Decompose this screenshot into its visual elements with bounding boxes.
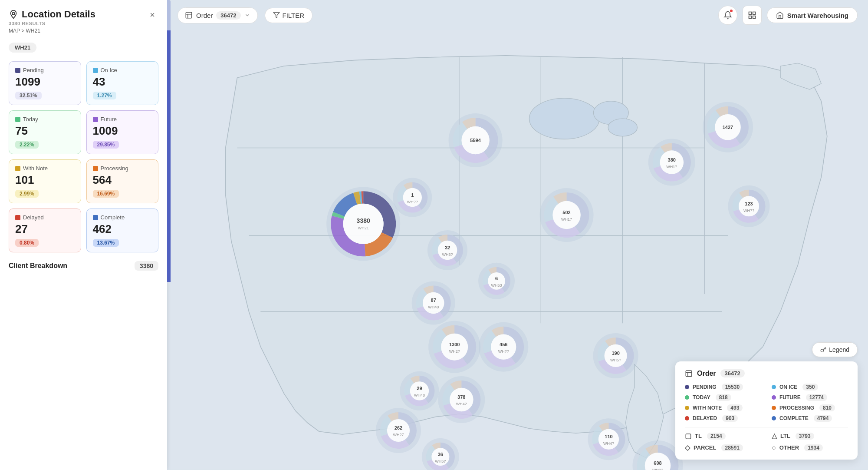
location-icon bbox=[9, 10, 18, 19]
key-icon bbox=[820, 347, 826, 353]
legend-shape-ltl: △ LTL 3793 bbox=[772, 432, 848, 440]
top-bar: Order 36472 FILTER Smart Warehousing bbox=[167, 0, 868, 30]
filter-icon bbox=[273, 12, 280, 19]
legend-item-processing: PROCESSING 810 bbox=[772, 404, 848, 411]
card-value-delayed: 27 bbox=[15, 222, 75, 236]
legend-item-pending: PENDING 15530 bbox=[685, 384, 761, 391]
notification-dot bbox=[729, 9, 733, 13]
location-tag[interactable]: WH21 bbox=[9, 43, 36, 53]
stat-card-complete[interactable]: Complete 462 13.67% bbox=[86, 209, 159, 252]
stat-card-future[interactable]: Future 1009 29.85% bbox=[86, 110, 159, 154]
svg-rect-1 bbox=[186, 12, 192, 18]
svg-text:87: 87 bbox=[431, 298, 436, 303]
smart-warehousing-button[interactable]: Smart Warehousing bbox=[767, 7, 858, 23]
shape-symbol-ltl: △ bbox=[772, 432, 777, 440]
legend-item-label: COMPLETE bbox=[779, 415, 809, 421]
svg-text:36: 36 bbox=[438, 452, 443, 457]
card-label-onice: On Ice bbox=[101, 67, 117, 73]
card-value-onice: 43 bbox=[93, 75, 152, 89]
card-value-withnote: 101 bbox=[15, 173, 75, 187]
card-value-processing: 564 bbox=[93, 173, 152, 187]
tag-row: WH21 bbox=[9, 43, 158, 53]
shape-count-other: 1934 bbox=[804, 444, 823, 451]
legend-dot bbox=[685, 395, 689, 400]
card-label-complete: Complete bbox=[101, 214, 125, 221]
grid-icon bbox=[748, 11, 756, 20]
shape-label-parcel: PARCEL bbox=[694, 444, 716, 451]
legend-shape-parcel: ◇ PARCEL 28591 bbox=[685, 444, 761, 452]
svg-text:WH??: WH?? bbox=[407, 200, 418, 204]
card-label-processing: Processing bbox=[101, 165, 128, 172]
notifications-button[interactable] bbox=[718, 6, 737, 25]
svg-text:502: 502 bbox=[562, 210, 570, 215]
svg-rect-3 bbox=[749, 12, 751, 15]
legend-item-count: 15530 bbox=[722, 384, 743, 391]
legend-item-count: 350 bbox=[802, 384, 818, 391]
top-bar-right: Smart Warehousing bbox=[718, 6, 858, 25]
chevron-down-icon bbox=[244, 12, 250, 18]
card-pct-future: 29.85% bbox=[93, 141, 119, 149]
card-pct-withnote: 2.99% bbox=[15, 190, 39, 198]
stat-card-today[interactable]: Today 75 2.22% bbox=[9, 110, 81, 154]
legend-item-complete: COMPLETE 4794 bbox=[772, 415, 848, 422]
card-label-withnote: With Note bbox=[23, 165, 48, 172]
card-value-today: 75 bbox=[15, 124, 75, 138]
card-label-today: Today bbox=[23, 116, 38, 122]
sidebar: Location Details 3380 RESULTS MAP > WH21… bbox=[0, 0, 167, 470]
svg-text:WH??: WH?? bbox=[743, 209, 754, 213]
shape-label-tl: TL bbox=[695, 433, 702, 439]
card-label-future: Future bbox=[101, 116, 117, 122]
sidebar-title: Location Details bbox=[22, 9, 95, 20]
close-button[interactable]: × bbox=[146, 9, 158, 21]
svg-marker-2 bbox=[273, 13, 279, 18]
card-label-pending: Pending bbox=[23, 67, 44, 73]
legend-item-count: 12774 bbox=[806, 394, 827, 401]
svg-text:WH48: WH48 bbox=[414, 393, 425, 397]
svg-rect-93 bbox=[686, 371, 692, 377]
grid-button[interactable] bbox=[743, 6, 762, 25]
legend-item-label: FUTURE bbox=[779, 394, 801, 400]
legend-item-label: WITH NOTE bbox=[693, 405, 722, 411]
legend-item-count: 903 bbox=[722, 415, 738, 422]
client-breakdown-row: Client Breakdown 3380 bbox=[9, 261, 158, 271]
legend-item-future: FUTURE 12774 bbox=[772, 394, 848, 401]
stat-card-pending[interactable]: Pending 1099 32.51% bbox=[9, 61, 81, 105]
svg-text:110: 110 bbox=[605, 434, 612, 439]
legend-title: Order bbox=[697, 370, 716, 377]
legend-dot bbox=[772, 416, 776, 420]
svg-text:WH42: WH42 bbox=[456, 402, 467, 406]
svg-rect-5 bbox=[753, 16, 756, 19]
legend-panel: Legend Order 36472 PENDING 15530 ON ICE … bbox=[675, 361, 858, 460]
order-button[interactable]: Order 36472 bbox=[178, 7, 258, 23]
shape-symbol-parcel: ◇ bbox=[685, 444, 690, 452]
stat-card-withnote[interactable]: With Note 101 2.99% bbox=[9, 159, 81, 203]
filter-label: FILTER bbox=[283, 12, 305, 19]
svg-text:WH4?: WH4? bbox=[603, 441, 614, 446]
legend-shape-tl: ▢ TL 2154 bbox=[685, 432, 761, 440]
svg-text:6: 6 bbox=[495, 276, 498, 281]
legend-toggle[interactable]: Legend bbox=[812, 342, 858, 357]
card-value-pending: 1099 bbox=[15, 75, 75, 89]
svg-text:123: 123 bbox=[745, 201, 753, 206]
card-pct-processing: 16.69% bbox=[93, 190, 119, 198]
warehouse-icon bbox=[776, 11, 784, 19]
legend-item-count: 810 bbox=[819, 404, 835, 411]
stat-card-onice[interactable]: On Ice 43 1.27% bbox=[86, 61, 159, 105]
order-label: Order bbox=[196, 12, 213, 19]
svg-text:1: 1 bbox=[411, 192, 414, 198]
filter-button[interactable]: FILTER bbox=[265, 8, 313, 23]
legend-item-label: PROCESSING bbox=[779, 405, 814, 411]
svg-text:1427: 1427 bbox=[723, 125, 733, 130]
svg-text:WH53: WH53 bbox=[491, 283, 502, 288]
stat-card-processing[interactable]: Processing 564 16.69% bbox=[86, 159, 159, 203]
legend-item-label: PENDING bbox=[693, 384, 717, 390]
svg-text:WH2?: WH2? bbox=[449, 349, 460, 354]
stat-card-delayed[interactable]: Delayed 27 0.80% bbox=[9, 209, 81, 252]
order-icon bbox=[185, 11, 193, 19]
card-value-complete: 462 bbox=[93, 222, 152, 236]
svg-text:608: 608 bbox=[654, 460, 661, 466]
svg-point-0 bbox=[12, 12, 15, 15]
legend-item-count: 4794 bbox=[814, 415, 832, 422]
svg-rect-6 bbox=[749, 16, 751, 19]
svg-text:WH5?: WH5? bbox=[610, 358, 621, 362]
